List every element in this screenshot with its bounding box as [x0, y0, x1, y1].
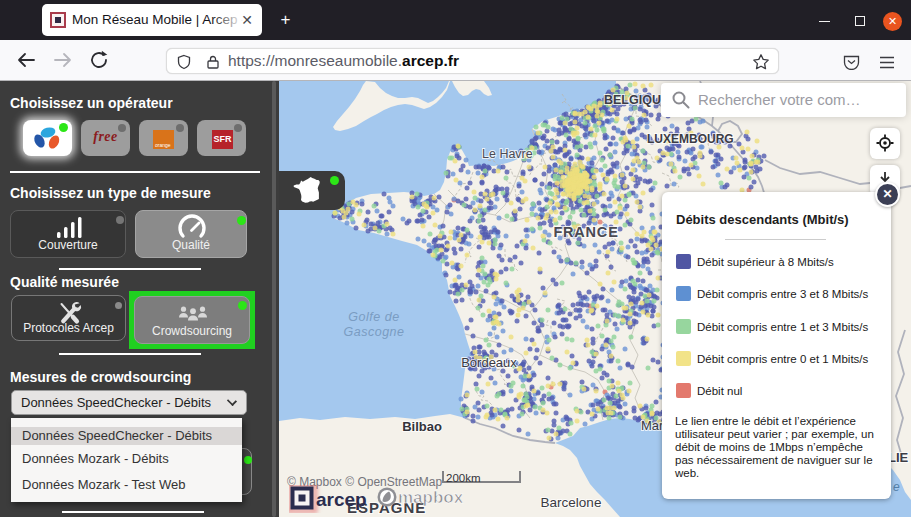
svg-text:BELGIQUE: BELGIQUE: [604, 93, 669, 107]
svg-text:Bilbao: Bilbao: [402, 419, 442, 434]
svg-text:FRANCE: FRANCE: [553, 224, 618, 240]
svg-text:arcep: arcep: [316, 489, 367, 510]
svg-text:Bordeaux: Bordeaux: [461, 355, 517, 370]
svg-text:Golfe de: Golfe de: [348, 310, 399, 324]
svg-text:e: e: [893, 480, 900, 494]
svg-text:mapbox: mapbox: [398, 488, 464, 507]
svg-text:Le Havre: Le Havre: [482, 147, 533, 161]
svg-text:LUXEMBOURG: LUXEMBOURG: [647, 132, 734, 146]
svg-text:Barcelone: Barcelone: [541, 495, 602, 510]
svg-text:Gascogne: Gascogne: [344, 325, 405, 339]
